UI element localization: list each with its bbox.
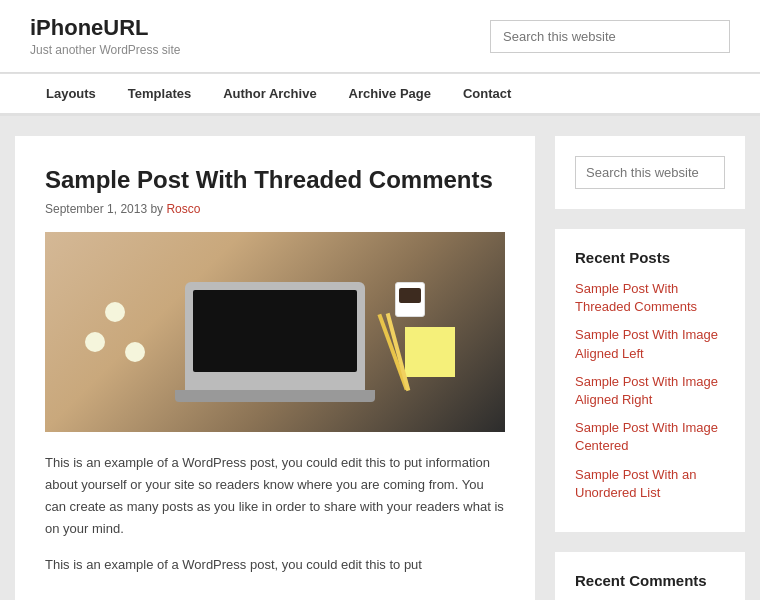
- nav-item-author-archive[interactable]: Author Archive: [207, 74, 332, 113]
- laptop-screen: [193, 290, 357, 372]
- post-author-link[interactable]: Rosco: [166, 202, 200, 216]
- recent-posts-list: Sample Post With Threaded Comments Sampl…: [575, 280, 725, 502]
- nav-item-layouts[interactable]: Layouts: [30, 74, 112, 113]
- coffee-cup: [395, 282, 425, 317]
- laptop-illustration: [185, 282, 365, 392]
- recent-post-link-5[interactable]: Sample Post With an Unordered List: [575, 467, 696, 500]
- post-image: [45, 232, 505, 432]
- site-tagline: Just another WordPress site: [30, 43, 181, 57]
- post-title: Sample Post With Threaded Comments: [45, 166, 505, 194]
- site-branding: iPhoneURL Just another WordPress site: [30, 15, 181, 57]
- sidebar-search-input[interactable]: [575, 156, 725, 189]
- list-item: Sample Post With an Unordered List: [575, 466, 725, 502]
- sidebar-search-widget: [555, 136, 745, 209]
- post-paragraph-2: This is an example of a WordPress post, …: [45, 554, 505, 576]
- main-nav: Layouts Templates Author Archive Archive…: [0, 73, 760, 116]
- recent-post-link-4[interactable]: Sample Post With Image Centered: [575, 420, 718, 453]
- decoration: [105, 302, 125, 322]
- recent-comments-widget: Recent Comments: [555, 552, 745, 600]
- recent-posts-widget: Recent Posts Sample Post With Threaded C…: [555, 229, 745, 532]
- post-body: This is an example of a WordPress post, …: [45, 452, 505, 576]
- main-content: Sample Post With Threaded Comments Septe…: [15, 136, 535, 600]
- post-paragraph-1: This is an example of a WordPress post, …: [45, 452, 505, 540]
- sidebar: Recent Posts Sample Post With Threaded C…: [555, 136, 745, 600]
- site-title: iPhoneURL: [30, 15, 181, 41]
- recent-comments-title: Recent Comments: [575, 572, 725, 589]
- nav-item-contact[interactable]: Contact: [447, 74, 527, 113]
- coffee-liquid: [399, 288, 421, 303]
- recent-posts-title: Recent Posts: [575, 249, 725, 266]
- sticky-note: [405, 327, 455, 377]
- decoration: [125, 342, 145, 362]
- recent-post-link-3[interactable]: Sample Post With Image Aligned Right: [575, 374, 718, 407]
- decoration: [85, 332, 105, 352]
- laptop-base: [175, 390, 375, 402]
- post-meta: September 1, 2013 by Rosco: [45, 202, 505, 216]
- nav-item-archive-page[interactable]: Archive Page: [333, 74, 447, 113]
- header-search-input[interactable]: [490, 20, 730, 53]
- list-item: Sample Post With Image Aligned Right: [575, 373, 725, 409]
- site-header: iPhoneURL Just another WordPress site: [0, 0, 760, 73]
- list-item: Sample Post With Threaded Comments: [575, 280, 725, 316]
- page-container: Sample Post With Threaded Comments Septe…: [0, 116, 760, 600]
- list-item: Sample Post With Image Aligned Left: [575, 326, 725, 362]
- list-item: Sample Post With Image Centered: [575, 419, 725, 455]
- recent-post-link-1[interactable]: Sample Post With Threaded Comments: [575, 281, 697, 314]
- post-date: September 1, 2013: [45, 202, 147, 216]
- nav-item-templates[interactable]: Templates: [112, 74, 207, 113]
- recent-post-link-2[interactable]: Sample Post With Image Aligned Left: [575, 327, 718, 360]
- post-by: by: [150, 202, 163, 216]
